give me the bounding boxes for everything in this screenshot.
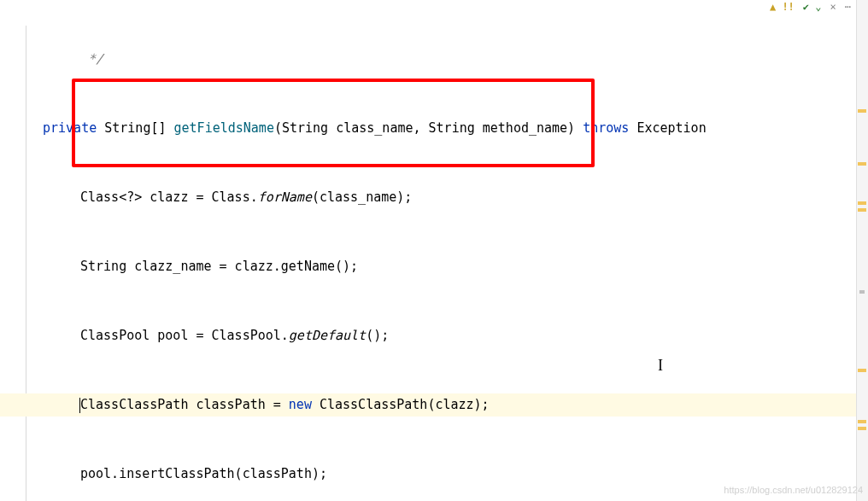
mark-stripe[interactable] — [859, 290, 865, 294]
scrollbar-stripe-gutter[interactable] — [856, 0, 868, 501]
warning-stripe[interactable] — [858, 162, 866, 166]
code-line-highlighted: ClassClassPath classPath = new ClassClas… — [0, 393, 868, 417]
text-cursor-icon: I — [658, 352, 663, 379]
warning-stripe[interactable] — [858, 369, 866, 372]
method-signature: private String[] getFieldsName(String cl… — [0, 117, 868, 140]
code-editor[interactable]: */ private String[] getFieldsName(String… — [0, 0, 868, 501]
warning-stripe[interactable] — [858, 208, 866, 212]
warning-stripe[interactable] — [858, 420, 866, 423]
warning-stripe[interactable] — [858, 109, 866, 113]
warning-stripe[interactable] — [858, 427, 866, 430]
code-line: String clazz_name = clazz.getName(); — [0, 255, 868, 278]
warning-stripe[interactable] — [858, 201, 866, 205]
comment-end: */ — [80, 51, 103, 67]
code-line: ClassPool pool = ClassPool.getDefault(); — [0, 324, 868, 347]
watermark: https://blog.csdn.net/u012829124 — [724, 482, 863, 499]
code-line: Class<?> clazz = Class.forName(class_nam… — [0, 186, 868, 209]
